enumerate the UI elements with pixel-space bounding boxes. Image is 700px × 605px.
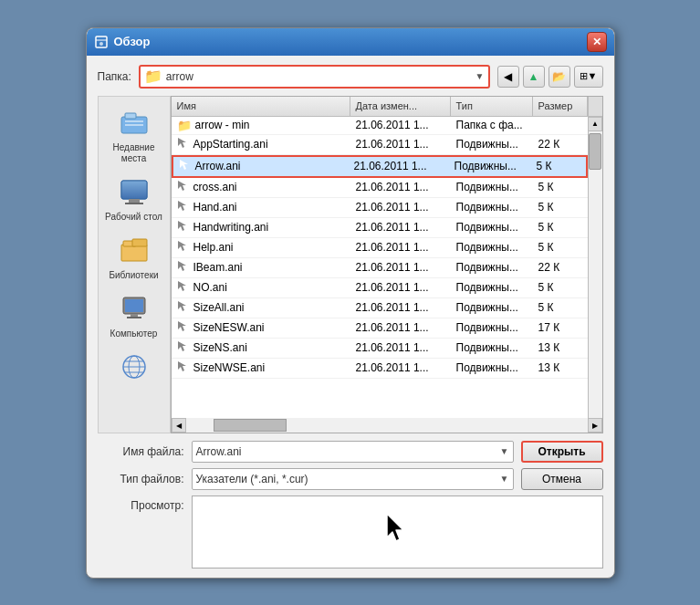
sidebar-item-network[interactable] — [101, 349, 167, 392]
file-size-cell: 5 К — [533, 278, 588, 297]
toolbar-row: Папка: 📁 arrow ▼ ◀ ▲ 📂 ⊞▼ — [98, 65, 603, 89]
file-date-cell: 21.06.2011 1... — [350, 318, 451, 338]
scroll-left-button[interactable]: ◀ — [172, 418, 186, 433]
recent-icon — [120, 110, 149, 141]
preview-cursor — [383, 512, 411, 552]
file-icon — [177, 240, 190, 256]
back-button[interactable]: ◀ — [497, 66, 519, 88]
sidebar-item-desktop[interactable]: Рабочий стол — [101, 173, 167, 228]
svg-rect-15 — [131, 314, 138, 317]
sidebar-item-computer[interactable]: Компьютер — [101, 290, 167, 345]
close-button[interactable]: ✕ — [587, 32, 607, 52]
libraries-icon — [120, 237, 149, 268]
filetype-combo[interactable]: Указатели (*.ani, *.cur) ▼ — [192, 468, 514, 490]
h-scroll-thumb[interactable] — [214, 419, 287, 432]
table-row[interactable]: SizeAll.ani21.06.2011 1...Подвижны...5 К — [172, 298, 588, 318]
file-date-cell: 21.06.2011 1... — [350, 218, 451, 237]
table-row[interactable]: Arrow.ani21.06.2011 1...Подвижны...5 К — [172, 155, 588, 178]
table-row[interactable]: 📁arrow - min21.06.2011 1...Папка с фа... — [172, 117, 588, 135]
svg-rect-12 — [132, 239, 147, 246]
file-list-container: Имя Дата измен... Тип Размер 📁arrow - mi… — [171, 96, 603, 433]
file-date-cell: 21.06.2011 1... — [350, 339, 451, 358]
svg-marker-25 — [178, 201, 186, 211]
table-row[interactable]: AppStarting.ani21.06.2011 1...Подвижны..… — [172, 135, 588, 155]
file-size-cell: 22 К — [533, 135, 588, 154]
table-row[interactable]: Hand.ani21.06.2011 1...Подвижны...5 К — [172, 198, 588, 218]
file-icon — [177, 220, 190, 235]
svg-rect-8 — [129, 199, 140, 203]
file-type-cell: Подвижны... — [451, 258, 533, 277]
file-type-cell: Подвижны... — [451, 298, 533, 318]
file-icon — [177, 360, 190, 376]
filename-combo[interactable]: Arrow.ani ▼ — [192, 441, 514, 463]
horizontal-scrollbar[interactable]: ◀ ▶ — [172, 418, 602, 433]
header-type[interactable]: Тип — [451, 97, 533, 116]
folder-combo-icon: 📁 — [144, 68, 162, 85]
file-name-text: Handwriting.ani — [193, 221, 269, 234]
file-size-cell: 17 К — [533, 318, 588, 338]
svg-rect-9 — [125, 203, 143, 204]
table-row[interactable]: cross.ani21.06.2011 1...Подвижны...5 К — [172, 178, 588, 198]
file-name-cell: IBeam.ani — [172, 258, 350, 277]
file-icon — [177, 260, 190, 276]
file-name-cell: NO.ani — [172, 278, 350, 297]
file-name-cell: Arrow.ani — [173, 157, 349, 176]
table-row[interactable]: Handwriting.ani21.06.2011 1...Подвижны..… — [172, 218, 588, 238]
sidebar-item-libraries[interactable]: Библиотеки — [101, 232, 167, 287]
table-row[interactable]: IBeam.ani21.06.2011 1...Подвижны...22 К — [172, 258, 588, 278]
filename-arrow: ▼ — [500, 446, 509, 456]
scroll-right-button[interactable]: ▶ — [588, 418, 602, 433]
open-button[interactable]: Открыть — [521, 441, 603, 463]
file-date-cell: 21.06.2011 1... — [350, 278, 451, 297]
file-icon — [177, 137, 190, 152]
header-date[interactable]: Дата измен... — [350, 97, 451, 116]
table-row[interactable]: SizeNS.ani21.06.2011 1...Подвижны...13 К — [172, 339, 588, 359]
table-row[interactable]: SizeNESW.ani21.06.2011 1...Подвижны...17… — [172, 318, 588, 339]
table-row[interactable]: NO.ani21.06.2011 1...Подвижны...5 К — [172, 278, 588, 298]
forward-button[interactable]: ▲ — [523, 66, 545, 88]
file-name-cell: AppStarting.ani — [172, 135, 350, 154]
file-type-cell: Подвижны... — [451, 218, 533, 237]
table-row[interactable]: SizeNWSE.ani21.06.2011 1...Подвижны...13… — [172, 359, 588, 379]
computer-icon — [120, 296, 149, 327]
title-bar: Обзор ✕ — [87, 28, 614, 56]
folder-label: Папка: — [98, 70, 131, 83]
file-type-cell: Подвижны... — [451, 238, 533, 257]
file-name-text: arrow - min — [195, 119, 250, 131]
table-row[interactable]: Help.ani21.06.2011 1...Подвижны...5 К — [172, 238, 588, 258]
sidebar-item-desktop-label: Рабочий стол — [105, 212, 162, 223]
file-list-body[interactable]: 📁arrow - min21.06.2011 1...Папка с фа...… — [172, 117, 588, 418]
vertical-scrollbar[interactable]: ▲ — [588, 117, 602, 418]
folder-combo[interactable]: 📁 arrow ▼ — [139, 65, 490, 89]
svg-marker-34 — [387, 514, 403, 541]
view-button[interactable]: ⊞▼ — [574, 66, 603, 88]
file-size-cell: 5 К — [533, 238, 588, 257]
svg-marker-23 — [180, 160, 188, 170]
up-button[interactable]: 📂 — [549, 66, 570, 88]
scroll-up-button[interactable]: ▲ — [588, 117, 602, 131]
header-name[interactable]: Имя — [172, 97, 350, 116]
cancel-button[interactable]: Отмена — [521, 468, 603, 490]
svg-rect-16 — [127, 317, 141, 318]
file-list-header: Имя Дата измен... Тип Размер — [172, 97, 602, 117]
file-type-cell: Подвижны... — [449, 157, 531, 176]
file-type-cell: Подвижны... — [451, 339, 533, 358]
svg-rect-7 — [121, 181, 147, 199]
svg-rect-4 — [125, 120, 143, 122]
svg-marker-33 — [178, 361, 186, 371]
header-size[interactable]: Размер — [533, 97, 588, 116]
sidebar-item-recent[interactable]: Недавние места — [101, 104, 167, 170]
filetype-value: Указатели (*.ani, *.cur) — [196, 473, 500, 485]
sidebar-item-recent-label: Недавние места — [105, 142, 163, 164]
network-icon — [120, 354, 149, 385]
file-name-text: IBeam.ani — [193, 261, 243, 274]
dialog-body: Папка: 📁 arrow ▼ ◀ ▲ 📂 ⊞▼ — [87, 56, 614, 578]
svg-marker-28 — [178, 261, 186, 271]
bottom-section: Имя файла: Arrow.ani ▼ Открыть Тип файло… — [98, 433, 603, 568]
title-bar-left: Обзор — [94, 35, 151, 49]
filename-row: Имя файла: Arrow.ani ▼ Открыть — [98, 441, 603, 463]
file-name-text: cross.ani — [193, 181, 237, 193]
scroll-thumb[interactable] — [589, 133, 601, 170]
file-name-cell: Hand.ani — [172, 198, 350, 217]
file-date-cell: 21.06.2011 1... — [350, 178, 451, 197]
